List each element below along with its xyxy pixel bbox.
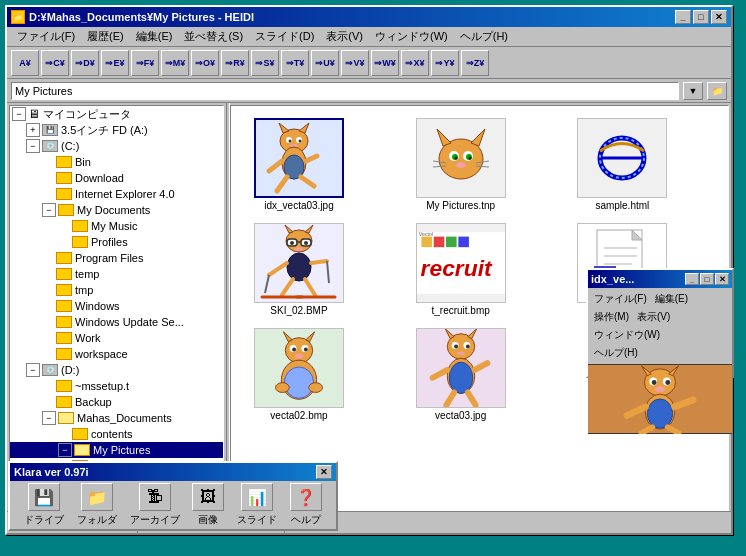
toolbar-btn-o[interactable]: ⇒O¥ (191, 50, 219, 76)
tree-item-profiles[interactable]: Profiles (10, 234, 223, 250)
folder-icon-programfiles (56, 252, 72, 264)
tree-item-mahasdocs[interactable]: − Mahas_Documents (10, 410, 223, 426)
tree-item-mydocs[interactable]: − My Documents (10, 202, 223, 218)
file-item-sample-html[interactable]: sample.html (562, 114, 682, 215)
klara-btn-help[interactable]: ❓ ヘルプ (290, 483, 322, 527)
tree-item-mypictures[interactable]: − My Pictures (10, 442, 223, 458)
tree-item-backup[interactable]: Backup (10, 394, 223, 410)
svg-text:Vectol: Vectol (418, 231, 432, 237)
klara-btn-archive[interactable]: 🗜 アーカイブ (130, 483, 180, 527)
tree-expand-mahasdocs[interactable]: − (42, 411, 56, 425)
idx-close-button[interactable]: ✕ (715, 273, 729, 285)
tree-expand-mydocs[interactable]: − (42, 203, 56, 217)
tree-expand-c[interactable]: − (26, 139, 40, 153)
folder-icon-workspace (56, 348, 72, 360)
file-item-ski02[interactable]: SKI_02.BMP (239, 219, 359, 320)
tree-item-mycomputer[interactable]: − 🖥 マイコンピュータ (10, 106, 223, 122)
file-item-vecta02[interactable]: vecta02.bmp (239, 324, 359, 425)
toolbar-btn-e[interactable]: ⇒E¥ (101, 50, 129, 76)
minimize-button[interactable]: _ (675, 10, 691, 24)
idx-maximize-button[interactable]: □ (700, 273, 714, 285)
tree-label-download: Download (75, 172, 124, 184)
tree-label-d: (D:) (61, 364, 79, 376)
tree-item-work[interactable]: Work (10, 330, 223, 346)
toolbar-btn-m[interactable]: ⇒M¥ (161, 50, 189, 76)
klara-btn-slide[interactable]: 📊 スライド (237, 483, 277, 527)
tree-item-programfiles[interactable]: Program Files (10, 250, 223, 266)
tree-item-c[interactable]: − 💿 (C:) (10, 138, 223, 154)
tree-expand-mypictures[interactable]: − (58, 443, 72, 457)
address-go-button[interactable]: ▼ (683, 82, 703, 100)
toolbar-btn-w[interactable]: ⇒W¥ (371, 50, 399, 76)
tree-item-floppy[interactable]: + 💾 3.5インチ FD (A:) (10, 122, 223, 138)
close-button[interactable]: ✕ (711, 10, 727, 24)
idx-menu-help[interactable]: ヘルプ(H) (588, 344, 732, 362)
toolbar-btn-c[interactable]: ⇒C¥ (41, 50, 69, 76)
idx-minimize-button[interactable]: _ (685, 273, 699, 285)
tree-item-mssetup[interactable]: ~mssetup.t (10, 378, 223, 394)
tree-item-temp[interactable]: temp (10, 266, 223, 282)
toolbar-btn-u[interactable]: ⇒U¥ (311, 50, 339, 76)
tree-item-workspace[interactable]: workspace (10, 346, 223, 362)
tree-item-bin[interactable]: Bin (10, 154, 223, 170)
toolbar-btn-d[interactable]: ⇒D¥ (71, 50, 99, 76)
menu-history[interactable]: 履歴(E) (81, 27, 130, 46)
toolbar-btn-x[interactable]: ⇒X¥ (401, 50, 429, 76)
toolbar-btn-y[interactable]: ⇒Y¥ (431, 50, 459, 76)
help-icon: ❓ (290, 483, 322, 511)
folder-icon-ie (56, 188, 72, 200)
address-browse-button[interactable]: 📁 (707, 82, 727, 100)
klara-btn-image[interactable]: 🖼 画像 (192, 483, 224, 527)
klara-title-bar: Klara ver 0.97i ✕ (10, 463, 336, 481)
toolbar-btn-v[interactable]: ⇒V¥ (341, 50, 369, 76)
tree-item-mymusic[interactable]: My Music (10, 218, 223, 234)
address-input[interactable] (11, 82, 679, 100)
idx-menu-operation[interactable]: 操作(M) 表示(V) (588, 308, 732, 326)
menu-slide[interactable]: スライド(D) (249, 27, 320, 46)
menu-window[interactable]: ウィンドウ(W) (369, 27, 454, 46)
svg-point-39 (304, 241, 308, 245)
thumbnail-vecta03 (416, 328, 506, 408)
klara-close-button[interactable]: ✕ (316, 465, 332, 479)
menu-edit[interactable]: 編集(E) (130, 27, 179, 46)
maximize-button[interactable]: □ (693, 10, 709, 24)
idx-menu-file[interactable]: ファイル(F) 編集(E) (588, 290, 732, 308)
idx-menu-window[interactable]: ウィンドウ(W) (588, 326, 732, 344)
menu-sort[interactable]: 並べ替え(S) (178, 27, 249, 46)
toolbar-btn-z[interactable]: ⇒Z¥ (461, 50, 489, 76)
toolbar-btn-r[interactable]: ⇒R¥ (221, 50, 249, 76)
toolbar-btn-t[interactable]: ⇒T¥ (281, 50, 309, 76)
tree-item-tmp[interactable]: tmp (10, 282, 223, 298)
klara-title-text: Klara ver 0.97i (14, 466, 89, 478)
tree-item-windows[interactable]: Windows (10, 298, 223, 314)
toolbar-btn-f[interactable]: ⇒F¥ (131, 50, 159, 76)
tree-item-d[interactable]: − 💿 (D:) (10, 362, 223, 378)
svg-point-73 (295, 354, 303, 359)
tree-expand-mycomputer[interactable]: − (12, 107, 26, 121)
tree-item-ie[interactable]: Internet Explorer 4.0 (10, 186, 223, 202)
file-item-mypictures-tnp[interactable]: My Pictures.tnp (401, 114, 521, 215)
klara-content: 💾 ドライブ 📁 フォルダ 🗜 アーカイブ 🖼 画像 📊 スライド ❓ ヘルプ (10, 481, 336, 529)
svg-point-84 (454, 345, 458, 349)
menu-view[interactable]: 表示(V) (320, 27, 369, 46)
file-item-vecta03[interactable]: vecta03.jpg (401, 324, 521, 425)
tree-item-windowsupdate[interactable]: Windows Update Se... (10, 314, 223, 330)
folder-icon-temp (56, 268, 72, 280)
tree-label-backup: Backup (75, 396, 112, 408)
idx-menu: ファイル(F) 編集(E) 操作(M) 表示(V) ウィンドウ(W) ヘルプ(H… (588, 288, 732, 364)
tree-item-contents[interactable]: contents (10, 426, 223, 442)
tree-expand-floppy[interactable]: + (26, 123, 40, 137)
svg-marker-2 (299, 123, 309, 133)
file-item-idx-vecta03[interactable]: idx_vecta03.jpg (239, 114, 359, 215)
klara-btn-folder[interactable]: 📁 フォルダ (77, 483, 117, 527)
menu-help[interactable]: ヘルプ(H) (454, 27, 514, 46)
klara-btn-drive[interactable]: 💾 ドライブ (24, 483, 64, 527)
tree-item-download[interactable]: Download (10, 170, 223, 186)
tree-expand-d[interactable]: − (26, 363, 40, 377)
menu-file[interactable]: ファイル(F) (11, 27, 81, 46)
file-item-t-recruit[interactable]: Vectol recruit t_recruit.bmp (401, 219, 521, 320)
toolbar-btn-s[interactable]: ⇒S¥ (251, 50, 279, 76)
svg-marker-16 (471, 129, 485, 146)
toolbar-btn-a[interactable]: A¥ (11, 50, 39, 76)
tree-label-ie: Internet Explorer 4.0 (75, 188, 175, 200)
